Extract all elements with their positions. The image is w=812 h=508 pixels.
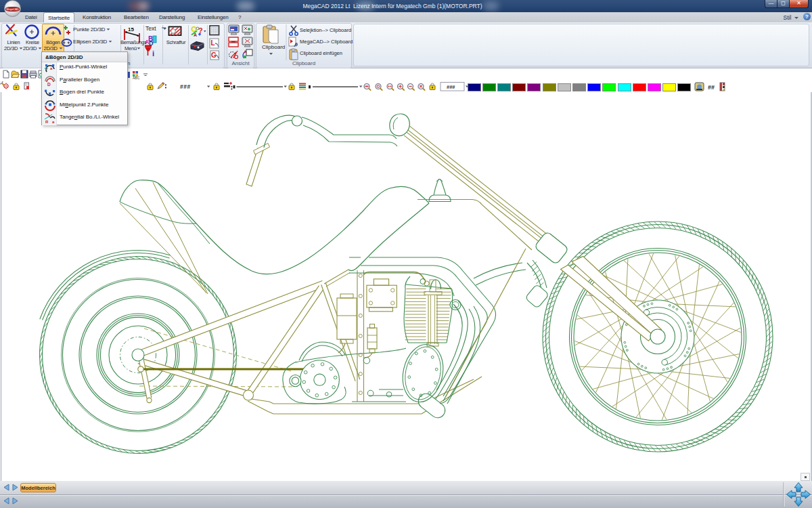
svg-text:###: ### — [447, 84, 455, 90]
svg-text:ABC: ABC — [133, 76, 140, 80]
svg-text:A: A — [194, 33, 197, 37]
svg-text:###: ### — [180, 83, 191, 90]
svg-text:D: D — [47, 82, 51, 87]
svg-text:L: L — [211, 39, 215, 47]
svg-text:a: a — [52, 120, 55, 124]
svg-text:?: ? — [198, 26, 203, 35]
svg-text:MegaCAD--> Clipboard: MegaCAD--> Clipboard — [300, 39, 353, 45]
svg-text:6: 6 — [295, 42, 298, 47]
svg-text:Clipboard: Clipboard — [262, 44, 285, 50]
svg-text:Text: Text — [145, 25, 156, 32]
svg-text:Selejktion--> Clipboard: Selejktion--> Clipboard — [300, 27, 351, 33]
svg-text:##: ## — [708, 84, 715, 91]
svg-text:a: a — [50, 66, 53, 70]
svg-text:i: i — [152, 49, 154, 58]
svg-text:Clipboard einfügen: Clipboard einfügen — [300, 50, 342, 56]
svg-text:R: R — [45, 120, 49, 124]
svg-text:15: 15 — [128, 26, 134, 33]
